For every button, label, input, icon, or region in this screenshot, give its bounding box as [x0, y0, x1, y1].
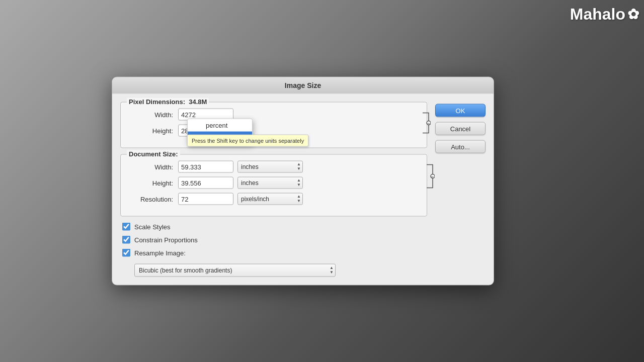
- constrain-proportions-label: Constrain Proportions: [134, 236, 198, 243]
- doc-width-input[interactable]: [178, 161, 233, 173]
- resolution-label: Resolution:: [128, 195, 173, 203]
- dialog-body: Pixel Dimensions: 34.8M Width: percent: [112, 94, 494, 285]
- mahalo-logo: Mahalo ✿: [570, 5, 639, 24]
- doc-height-row: Height: inches cm mm: [128, 177, 420, 189]
- pixel-dimensions-title: Pixel Dimensions: 34.8M: [127, 98, 209, 106]
- document-size-group: Document Size: Width: inches cm mm point…: [120, 154, 427, 217]
- resolution-row: Resolution: pixels/inch pixels/cm: [128, 193, 420, 205]
- svg-text:∞: ∞: [431, 175, 434, 178]
- mahalo-flower-icon: ✿: [627, 6, 639, 23]
- scale-styles-label: Scale Styles: [134, 223, 171, 230]
- percent-label: percent: [206, 122, 227, 129]
- resolution-unit-wrapper: pixels/inch pixels/cm: [237, 193, 303, 205]
- resample-method-select[interactable]: Bicubic (best for smooth gradients) Bicu…: [134, 264, 336, 277]
- pixel-rows: Width: percent ✓ pixels: [128, 109, 420, 137]
- scale-styles-row: Scale Styles: [122, 223, 425, 231]
- doc-height-label: Height:: [128, 179, 173, 187]
- units-tooltip: Press the Shift key to change units sepa…: [187, 135, 308, 147]
- pixel-dimensions-group: Pixel Dimensions: 34.8M Width: percent: [120, 102, 427, 148]
- dropdown-item-percent[interactable]: percent: [188, 119, 252, 132]
- doc-width-label: Width:: [128, 163, 173, 170]
- resample-image-label: Resample Image:: [134, 249, 186, 256]
- auto-button[interactable]: Auto...: [435, 140, 486, 153]
- resolution-input[interactable]: [178, 193, 233, 205]
- resolution-unit-select[interactable]: pixels/inch pixels/cm: [237, 193, 303, 205]
- doc-height-unit-wrapper: inches cm mm: [237, 177, 303, 189]
- pixel-chain-bracket: ∞: [422, 111, 431, 135]
- pixel-width-label: Width:: [128, 111, 173, 118]
- resample-method-wrapper: Bicubic (best for smooth gradients) Bicu…: [134, 264, 336, 277]
- checkboxes-section: Scale Styles Constrain Proportions Resam…: [120, 223, 427, 277]
- percent-check: [196, 122, 203, 129]
- ok-button[interactable]: OK: [435, 104, 486, 117]
- pixel-height-label: Height:: [128, 127, 173, 134]
- doc-width-unit-select[interactable]: inches cm mm points picas percent: [237, 161, 303, 173]
- cancel-button[interactable]: Cancel: [435, 122, 486, 135]
- doc-height-unit-select[interactable]: inches cm mm: [237, 177, 303, 189]
- resample-image-row: Resample Image:: [122, 249, 425, 257]
- dialog-title: Image Size: [285, 81, 321, 89]
- svg-text:∞: ∞: [427, 122, 430, 125]
- right-panel: OK Cancel Auto...: [435, 102, 486, 277]
- scale-styles-checkbox[interactable]: [122, 223, 130, 231]
- left-panel: Pixel Dimensions: 34.8M Width: percent: [120, 102, 427, 277]
- pixel-width-row: Width: percent ✓ pixels: [128, 109, 420, 121]
- dialog-title-bar: Image Size: [112, 77, 494, 94]
- doc-width-unit-wrapper: inches cm mm points picas percent: [237, 161, 303, 173]
- image-size-dialog: Image Size Pixel Dimensions: 34.8M Width…: [112, 77, 494, 286]
- constrain-proportions-checkbox[interactable]: [122, 236, 130, 244]
- doc-size-rows: Width: inches cm mm points picas percent: [128, 161, 420, 205]
- constrain-proportions-row: Constrain Proportions: [122, 236, 425, 244]
- mahalo-text: Mahalo: [570, 5, 625, 24]
- document-size-title: Document Size:: [127, 150, 180, 158]
- doc-height-input[interactable]: [178, 177, 233, 189]
- resample-image-checkbox[interactable]: [122, 249, 130, 257]
- doc-width-row: Width: inches cm mm points picas percent: [128, 161, 420, 173]
- doc-chain-bracket: ∞: [426, 163, 435, 190]
